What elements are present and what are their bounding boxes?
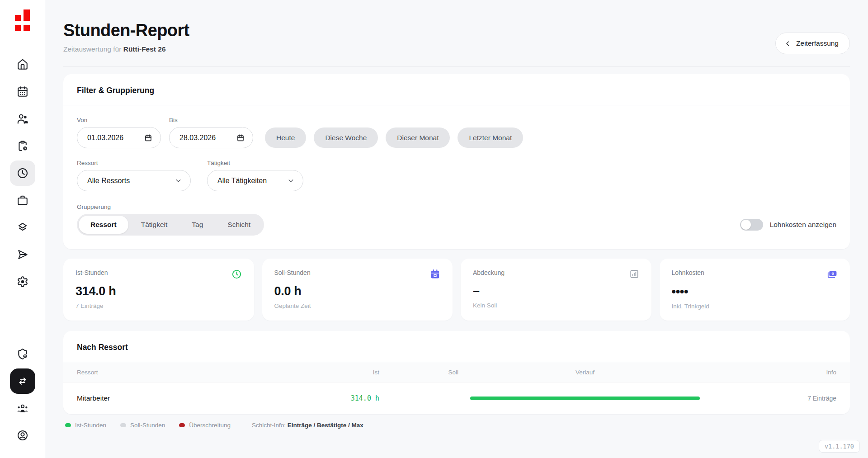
stat-card-abdeckung: Abdeckung – Kein Soll [461, 259, 651, 321]
chevron-left-icon [784, 40, 792, 47]
legend-label: Soll-Stunden [130, 422, 165, 429]
table-title: Nach Ressort [63, 331, 850, 362]
stat-value: •••• [672, 285, 838, 299]
bis-date-value: 28.03.2026 [179, 134, 216, 142]
gruppierung-option-ressort[interactable]: Ressort [79, 216, 128, 234]
sidebar [0, 0, 45, 458]
von-date-value: 01.03.2026 [87, 134, 123, 142]
header-divider [63, 66, 850, 67]
filter-card-title: Filter & Gruppierung [63, 74, 850, 105]
sidebar-item-users[interactable] [10, 106, 35, 132]
quick-heute-button[interactable]: Heute [265, 127, 306, 148]
column-header-ressort: Ressort [77, 369, 303, 376]
home-icon [17, 59, 28, 71]
sidebar-item-settings[interactable] [10, 269, 35, 294]
von-date-input[interactable]: 01.03.2026 [77, 127, 161, 148]
back-to-zeiterfassung-button[interactable]: Zeiterfassung [775, 33, 850, 54]
cell-verlauf [458, 397, 712, 400]
column-header-info: Info [712, 369, 836, 376]
column-header-verlauf: Verlauf [458, 369, 712, 376]
lohnkosten-toggle-label: Lohnkosten anzeigen [770, 221, 836, 229]
chevron-down-icon [287, 177, 295, 184]
sidebar-item-layers[interactable] [10, 215, 35, 240]
cell-ist: 314.0 h [303, 394, 379, 402]
sidebar-item-profile[interactable] [10, 423, 35, 448]
sidebar-item-planning[interactable] [10, 133, 35, 159]
legend-dot-gray [120, 423, 126, 427]
legend-item-ueberschreitung: Überschreitung [179, 422, 231, 429]
stat-value: 0.0 h [274, 284, 441, 298]
main-content: Stunden-Report Zeitauswertung für Rütti-… [45, 0, 868, 429]
table-row: Mitarbeiter 314.0 h – 7 Einträge [63, 382, 850, 414]
sidebar-item-send[interactable] [10, 242, 35, 267]
transfer-icon [17, 376, 28, 387]
clock-icon [231, 269, 242, 279]
sidebar-item-jobs[interactable] [10, 188, 35, 213]
sidebar-item-calendar[interactable] [10, 79, 35, 104]
chevron-down-icon [175, 177, 182, 184]
legend-item-ist: Ist-Stunden [65, 422, 106, 429]
quick-diese-woche-button[interactable]: Diese Woche [314, 127, 378, 148]
table-header-row: Ressort Ist Soll Verlauf Info [63, 362, 850, 382]
bis-date-input[interactable]: 28.03.2026 [169, 127, 253, 148]
stat-label: Abdeckung [473, 269, 505, 276]
ressort-select[interactable]: Alle Ressorts [77, 170, 191, 191]
page-title: Stunden-Report [63, 21, 189, 40]
clipboard-clock-icon [17, 140, 28, 152]
legend: Ist-Stunden Soll-Stunden Überschreitung … [63, 422, 850, 429]
von-label: Von [77, 117, 161, 123]
layers-icon [17, 222, 28, 233]
gruppierung-option-taetigkeit[interactable]: Tätigkeit [129, 216, 179, 234]
calendar-check-icon [430, 269, 440, 279]
column-header-soll: Soll [379, 369, 458, 376]
sidebar-item-home[interactable] [10, 52, 35, 77]
date-picker-icon[interactable] [236, 134, 245, 142]
progress-track [470, 397, 700, 400]
team-icon [17, 402, 28, 414]
nach-ressort-card: Nach Ressort Ressort Ist Soll Verlauf In… [63, 331, 850, 414]
transfer-button[interactable] [10, 368, 35, 394]
stat-card-ist-stunden: Ist-Stunden 314.0 h 7 Einträge [63, 259, 254, 321]
sidebar-item-team[interactable] [10, 396, 35, 421]
sidebar-footer [0, 333, 45, 458]
cell-soll: – [379, 394, 458, 402]
ressort-label: Ressort [77, 160, 199, 166]
taetigkeit-select[interactable]: Alle Tätigkeiten [207, 170, 303, 191]
stat-label: Lohnkosten [672, 269, 704, 276]
back-button-label: Zeiterfassung [796, 39, 839, 47]
stat-subtext: Inkl. Trinkgeld [672, 303, 838, 310]
banknote-icon [827, 269, 838, 280]
stat-label: Soll-Stunden [274, 269, 311, 276]
quick-dieser-monat-button[interactable]: Dieser Monat [386, 127, 450, 148]
page-subtitle: Zeitauswertung für Rütti-Fest 26 [63, 45, 189, 53]
sidebar-nav [10, 52, 35, 296]
legend-label: Überschreitung [189, 422, 231, 429]
page-header: Stunden-Report Zeitauswertung für Rütti-… [63, 0, 850, 54]
lohnkosten-toggle[interactable] [740, 219, 763, 231]
calendar-icon [17, 86, 28, 98]
cell-ressort: Mitarbeiter [77, 394, 303, 402]
legend-item-soll: Soll-Stunden [120, 422, 165, 429]
stats-row: Ist-Stunden 314.0 h 7 Einträge Soll-Stun… [63, 259, 850, 321]
sidebar-item-hours-report[interactable] [10, 161, 35, 186]
gruppierung-label: Gruppierung [77, 203, 836, 210]
gruppierung-option-schicht[interactable]: Schicht [216, 216, 262, 234]
gruppierung-option-tag[interactable]: Tag [180, 216, 215, 234]
sidebar-item-admin[interactable] [10, 341, 35, 367]
gear-icon [17, 276, 28, 288]
legend-dot-red [179, 423, 185, 427]
column-header-ist: Ist [303, 369, 379, 376]
sidebar-divider [0, 333, 45, 333]
clock-icon [17, 167, 28, 179]
stat-card-lohnkosten: Lohnkosten •••• Inkl. Trinkgeld [660, 259, 850, 321]
lohnkosten-toggle-row: Lohnkosten anzeigen [740, 219, 836, 231]
date-picker-icon[interactable] [144, 134, 152, 142]
stat-subtext: Geplante Zeit [274, 302, 441, 309]
cell-info: 7 Einträge [712, 395, 836, 402]
stat-subtext: Kein Soll [473, 302, 639, 309]
ressort-select-value: Alle Ressorts [87, 177, 130, 185]
stat-label: Ist-Stunden [75, 269, 108, 276]
legend-dot-green [65, 423, 71, 427]
briefcase-icon [17, 194, 28, 206]
quick-letzter-monat-button[interactable]: Letzter Monat [458, 127, 523, 148]
